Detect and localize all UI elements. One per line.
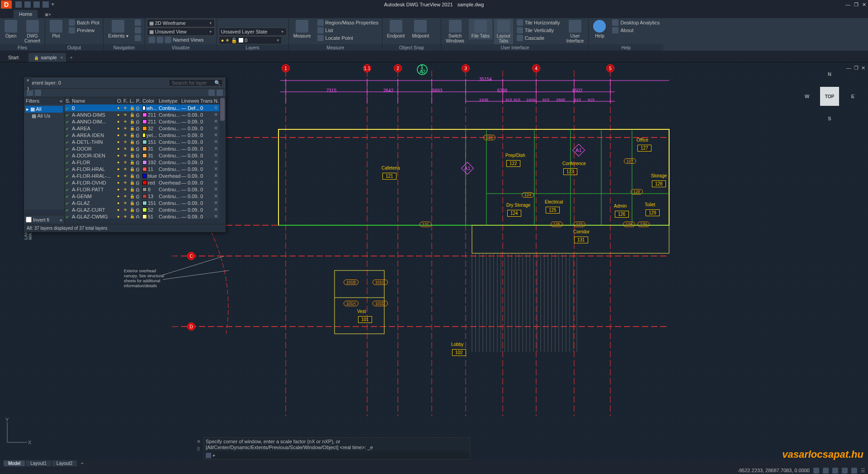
tab-home[interactable]: Home — [14, 10, 38, 18]
cmdline-close-icon[interactable]: ✕ — [197, 439, 201, 445]
qat-arrow-icon[interactable]: ▾ — [52, 1, 58, 8]
analytics-button[interactable]: Desktop Analytics — [610, 19, 661, 26]
tab-sample[interactable]: 🔒sample× — [28, 53, 66, 62]
tab-model[interactable]: Model — [4, 460, 25, 466]
layer-v-scrollbar[interactable] — [219, 97, 226, 224]
filter-all[interactable]: ▸ ▦ All — [25, 106, 63, 113]
sb-scale-icon[interactable] — [832, 468, 838, 474]
cmdline-handle-icon[interactable]: ⠿ — [197, 446, 201, 452]
cascade-button[interactable]: Cascade — [515, 34, 562, 42]
layer-prop-icon[interactable] — [219, 19, 227, 27]
filter-scrollbar[interactable] — [24, 209, 64, 215]
layer-state-icon[interactable] — [229, 19, 237, 27]
file-tabs-button[interactable]: File Tabs — [469, 19, 492, 39]
tile-v-button[interactable]: Tile Vertically — [515, 27, 562, 34]
layer-row[interactable]: A-FLOR-OVHD ● ☀ 🔓 ⎙ red Overhead — 0.09.… — [65, 179, 219, 186]
preview-button[interactable]: Preview — [67, 27, 101, 34]
layer-row[interactable]: A-DOOR ● ☀ 🔓 ⎙ 31 Continu... — 0.09... 0… — [65, 145, 219, 152]
visual-style-select[interactable]: ▦ 2D Wireframe▼ — [147, 19, 215, 27]
dwg-convert-button[interactable]: DWG Convert — [22, 19, 43, 44]
layer-row[interactable]: A-GLAZ-CURT ● ☀ 🔓 ⎙ 52 Continu... — 0.09… — [65, 206, 219, 213]
add-layout-button[interactable]: + — [78, 460, 86, 466]
layer-row[interactable]: A-GLAZ-CWMG ● ☀ 🔓 ⎙ 51 Continu... — 0.09… — [65, 213, 219, 218]
orbit-button[interactable] — [133, 27, 143, 34]
tile-h-button[interactable]: Tile Horizontally — [515, 19, 562, 26]
view-icon-2[interactable] — [157, 37, 163, 43]
layer-row[interactable]: A-DOOR-IDEN ● ☀ 🔓 ⎙ 31 Continu... — 0.09… — [65, 152, 219, 159]
layer-h-scrollbar[interactable] — [65, 218, 219, 224]
user-interface-button[interactable]: User Interface — [564, 19, 587, 44]
measure-button[interactable]: Measure — [291, 19, 314, 39]
named-views-icon[interactable] — [165, 37, 171, 43]
layer-row[interactable]: A-FLOR-PATT ● ☀ 🔓 ⎙ 8 Continu... — 0.09.… — [65, 186, 219, 193]
qat-plot-icon[interactable] — [24, 1, 31, 8]
filter-all-used[interactable]: ▦ All Us — [25, 113, 63, 119]
close-button[interactable]: ✕ — [862, 2, 866, 8]
layer-select[interactable]: ●☀🔓0 ▼ — [219, 36, 282, 44]
viewport-close-icon[interactable]: ✕ — [861, 65, 865, 71]
qat-redo-icon[interactable] — [42, 1, 49, 8]
nav-arrow-button[interactable] — [133, 34, 143, 42]
layer-row[interactable]: A-AREA ● ☀ 🔓 ⎙ 32 Continu... — 0.09... 0… — [65, 125, 219, 132]
list-button[interactable]: List — [316, 27, 380, 34]
collapse-filters-icon[interactable]: « — [60, 98, 62, 104]
layout-tabs-button[interactable]: Layout Tabs — [494, 19, 513, 44]
viewport-max-icon[interactable]: ❐ — [854, 65, 859, 71]
switch-windows-button[interactable]: Switch Windows — [443, 19, 467, 44]
command-prompt[interactable]: ▸ — [204, 451, 470, 459]
batch-plot-button[interactable]: Batch Plot — [67, 19, 101, 26]
view-select[interactable]: ▦ Unsaved View▼ — [147, 28, 215, 36]
viewport-min-icon[interactable]: — — [846, 65, 851, 71]
tab-layout2[interactable]: Layout2 — [52, 460, 77, 466]
layer-search-input[interactable]: Search for layer🔍 — [169, 79, 223, 86]
snap-midpoint[interactable]: Midpoint — [409, 19, 432, 39]
layer-row[interactable]: A-GENM ● ☀ 🔓 ⎙ 13 Continu... — 0.09... 0… — [65, 193, 219, 199]
locate-point-button[interactable]: Locate Point — [316, 34, 380, 42]
about-button[interactable]: About — [610, 27, 661, 34]
zoom-extents-button[interactable]: Extents ▾ — [105, 19, 131, 39]
sb-settings-icon[interactable] — [851, 468, 857, 474]
sb-snap-icon[interactable] — [823, 468, 829, 474]
palette-close-icon[interactable]: ✕ — [26, 78, 30, 83]
sb-menu-icon[interactable]: ☰ — [861, 468, 865, 474]
qat-undo-icon[interactable] — [33, 1, 40, 8]
layer-freeze-icon[interactable] — [239, 19, 247, 27]
snap-endpoint[interactable]: Endpoint — [384, 19, 407, 39]
region-mass-button[interactable]: Region/Mass Properties — [316, 19, 380, 26]
tab-layout1[interactable]: Layout1 — [26, 460, 51, 466]
quick-access-toolbar[interactable]: ▾ — [15, 1, 58, 8]
minimize-button[interactable]: — — [845, 2, 850, 8]
refresh-icon[interactable] — [208, 90, 215, 96]
layer-row[interactable]: A-FLOR-HRAL ● ☀ 🔓 ⎙ 11 Continu... — 0.09… — [65, 166, 219, 172]
named-views-button[interactable]: Named Views — [173, 37, 204, 43]
settings-icon[interactable] — [217, 90, 223, 96]
tab-collapse[interactable]: ▣▾ — [38, 10, 57, 18]
layer-row[interactable]: A-FLOR ● ☀ 🔓 ⎙ 192 Continu... — 0.09... … — [65, 159, 219, 166]
restore-button[interactable]: ❐ — [854, 2, 859, 8]
tab-start[interactable]: Start — [3, 53, 28, 62]
layer-row[interactable]: A-AREA-IDEN ● ☀ 🔓 ⎙ yel... Continu... — … — [65, 132, 219, 138]
layer-list-header[interactable]: S..Name O..F.. L..P.. ColorLinetype Line… — [65, 97, 219, 104]
sb-anno-icon[interactable] — [842, 468, 848, 474]
layer-row[interactable]: A-FLOR-HRAL-... ● ☀ 🔓 ⎙ blue Overhead — … — [65, 172, 219, 179]
sb-grid-icon[interactable] — [813, 468, 819, 474]
plot-button[interactable]: Plot — [47, 19, 65, 39]
layer-settings-icon[interactable] — [35, 90, 41, 96]
viewcube-top[interactable]: TOP — [820, 87, 839, 106]
command-line[interactable]: ✕⠿ Specify corner of window, enter a sca… — [203, 437, 470, 460]
qat-open-icon[interactable] — [15, 1, 22, 8]
palette-pin-icon[interactable]: ⟫ — [27, 86, 29, 91]
pan-button[interactable] — [133, 19, 143, 26]
layer-row[interactable]: A-ANNO-DIM... ● ☀ 🔓 ⎙ 211 Continu... — 0… — [65, 118, 219, 125]
layer-row[interactable]: A-GLAZ ● ☀ 🔓 ⎙ 151 Continu... — 0.09... … — [65, 199, 219, 206]
view-cube[interactable]: N S E W TOP — [805, 71, 854, 121]
help-button[interactable]: Help — [590, 19, 609, 39]
layer-state-select[interactable]: Unsaved Layer State▼ — [219, 28, 287, 36]
expand-filters-icon[interactable]: « — [60, 217, 62, 223]
open-button[interactable]: Open — [2, 19, 20, 39]
layer-row[interactable]: A-DETL-THIN ● ☀ 🔓 ⎙ 151 Continu... — 0.0… — [65, 138, 219, 145]
layer-row[interactable]: A-ANNO-DIMS ● ☀ 🔓 ⎙ 211 Continu... — 0.0… — [65, 111, 219, 118]
invert-filter-checkbox[interactable] — [26, 217, 32, 223]
layer-row[interactable]: 0 ● ☀ 🔓 ⎙ wh... Continu... — Def... 0 ✕ — [65, 104, 219, 111]
view-icon-1[interactable] — [149, 37, 155, 43]
